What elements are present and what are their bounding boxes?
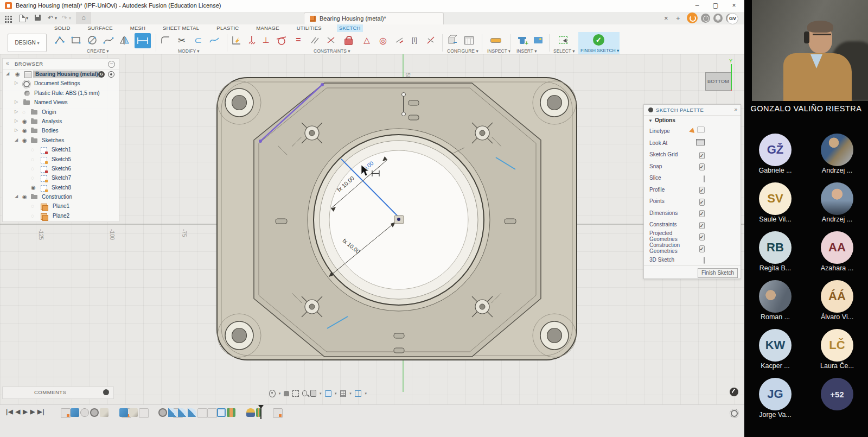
finish-sketch-button[interactable]: ✓ FINISH SKETCH ▾: [578, 32, 620, 54]
dimensions-checkbox[interactable]: ✓: [699, 210, 705, 217]
timeline-revolve-feature-icon[interactable]: [80, 408, 89, 417]
main-video-tile[interactable]: [752, 0, 868, 101]
profile-checkbox[interactable]: ✓: [699, 187, 705, 194]
select-tool-icon[interactable]: [557, 34, 570, 46]
participant-tile[interactable]: ÁÁ Álvaro Vi...: [810, 278, 864, 327]
measure-tool-icon[interactable]: [489, 34, 502, 46]
visibility-eye-icon[interactable]: ◌: [31, 175, 34, 181]
browser-row-origin[interactable]: ▷ ◌ Origin: [3, 107, 119, 117]
timeline-keyway-feature-icon[interactable]: [246, 408, 255, 417]
look-at-icon[interactable]: [696, 139, 705, 145]
inspect-group-label[interactable]: INSPECT ▾: [487, 48, 510, 54]
line-tool-icon[interactable]: [53, 34, 66, 46]
visibility-eye-icon[interactable]: ◉: [31, 185, 36, 191]
create-group-label[interactable]: CREATE ▾: [87, 48, 109, 54]
tab-solid[interactable]: SOLID: [52, 24, 73, 32]
participant-tile[interactable]: AA Azahara ...: [810, 229, 864, 278]
redo-icon[interactable]: ↷: [62, 15, 67, 22]
palette-header[interactable]: SKETCH PALETTE »: [644, 105, 741, 116]
browser-row-sketch6[interactable]: ◌ Sketch6: [3, 164, 119, 173]
configure-feature-icon[interactable]: [446, 34, 459, 46]
endpoint[interactable]: [321, 83, 324, 86]
slice-checkbox[interactable]: [704, 175, 705, 182]
fix-constraint-icon[interactable]: [245, 34, 258, 46]
timeline-extrude-feature-icon[interactable]: [71, 408, 79, 417]
step-forward-icon[interactable]: ▶: [30, 408, 34, 415]
linetype-construction-icon[interactable]: [686, 128, 694, 135]
play-icon[interactable]: ▶: [23, 408, 26, 415]
horizontal-vertical-constraint-icon[interactable]: ⊥: [259, 34, 272, 46]
assistant-icon[interactable]: [730, 388, 738, 396]
visibility-eye-icon[interactable]: ◌: [31, 213, 34, 219]
endpoint[interactable]: [259, 140, 262, 143]
timeline-chamfer-feature-icon[interactable]: [100, 408, 108, 417]
browser-row-document-settings[interactable]: ▷ Document Settings: [3, 79, 119, 88]
browser-row-named-views[interactable]: ▷ Named Views: [3, 98, 119, 107]
new-tab-icon[interactable]: +: [676, 14, 680, 22]
timeline-fillet-feature-icon[interactable]: [188, 408, 196, 417]
timeline-sketch-feature-icon[interactable]: [273, 408, 283, 418]
visibility-eye-icon[interactable]: ◉: [22, 118, 27, 124]
timeline-sketch-feature-icon[interactable]: [61, 408, 71, 418]
insert-group-label[interactable]: INSERT ▾: [516, 48, 537, 54]
participant-tile[interactable]: LČ Laura Če...: [810, 327, 864, 376]
browser-root-row[interactable]: ◢ ◉ Bearing Housing (metal) G: [3, 69, 119, 79]
grid-snap-icon[interactable]: [340, 390, 347, 397]
notifications-icon[interactable]: [713, 14, 723, 23]
symmetry-constraint-icon[interactable]: [ǀ]: [408, 34, 421, 46]
tab-mesh[interactable]: MESH: [128, 24, 148, 32]
sketch-grid-checkbox[interactable]: ✓: [699, 152, 705, 159]
pan-icon[interactable]: [284, 391, 289, 396]
file-dropdown-icon[interactable]: ▾: [26, 15, 28, 22]
snap-checkbox[interactable]: ✓: [699, 163, 705, 170]
timeline-hole-feature-icon[interactable]: [158, 408, 167, 417]
orbit-icon[interactable]: [269, 390, 276, 397]
app-grid-icon[interactable]: [5, 16, 7, 17]
ground-badge-icon[interactable]: G: [98, 71, 105, 78]
fit-icon[interactable]: [310, 390, 316, 397]
circle-tool-icon[interactable]: [86, 34, 99, 46]
constraints-group-label[interactable]: CONSTRAINTS ▾: [314, 48, 350, 54]
save-icon[interactable]: [35, 15, 41, 21]
spline-tool-icon[interactable]: [102, 34, 115, 46]
document-tab[interactable]: Bearing Housing (metal)*: [304, 12, 444, 25]
tab-manage[interactable]: MANAGE: [254, 24, 281, 32]
tab-utilities[interactable]: UTILITIES: [295, 24, 324, 32]
concentric-constraint-icon[interactable]: ◎: [376, 34, 390, 46]
workspace-selector[interactable]: DESIGN ▾: [8, 34, 47, 52]
configuration-table-icon[interactable]: [462, 34, 475, 46]
polygon-constraint-icon[interactable]: △: [360, 34, 373, 46]
timeline-chamfer-feature-icon[interactable]: [129, 408, 138, 417]
visibility-eye-icon[interactable]: ◌: [31, 156, 34, 162]
participant-tile[interactable]: GŽ Gabrielė ...: [748, 131, 802, 180]
configure-group-label[interactable]: CONFIGURE ▾: [447, 48, 478, 54]
browser-row-analysis[interactable]: ▷ ◉ Analysis: [3, 117, 119, 126]
select-group-label[interactable]: SELECT ▾: [553, 48, 575, 54]
collinear-constraint-icon[interactable]: [393, 34, 406, 46]
modify-group-label[interactable]: MODIFY ▾: [178, 48, 200, 54]
visibility-eye-icon[interactable]: ◉: [22, 137, 27, 143]
projected-geometries-checkbox[interactable]: ✓: [699, 233, 705, 240]
undo-icon[interactable]: ↶: [48, 15, 53, 22]
curvature-constraint-icon[interactable]: [424, 34, 437, 46]
lock-constraint-icon[interactable]: [342, 34, 355, 46]
linetype-normal-icon[interactable]: [697, 126, 705, 133]
visibility-eye-icon[interactable]: ◌: [31, 203, 34, 209]
user-avatar[interactable]: GV: [727, 13, 738, 24]
close-button[interactable]: ×: [727, 2, 741, 10]
recent-activity-icon[interactable]: [701, 14, 710, 23]
dimension-tool-icon[interactable]: [135, 33, 151, 48]
participant-tile[interactable]: SV Saulė Vil...: [748, 180, 802, 229]
visibility-eye-icon[interactable]: ◉: [22, 128, 27, 134]
browser-row-sketch1[interactable]: ◌ Sketch1: [3, 145, 119, 154]
step-back-icon[interactable]: ◀: [16, 408, 19, 415]
participant-tile[interactable]: RB Regita B...: [748, 229, 802, 278]
close-tab-icon[interactable]: ×: [664, 14, 668, 22]
browser-row-sketches[interactable]: ◢ ◉ Sketches: [3, 136, 119, 145]
3d-sketch-checkbox[interactable]: [704, 257, 705, 264]
visibility-eye-icon[interactable]: ◌: [31, 166, 34, 172]
insert-image-icon[interactable]: [532, 34, 545, 46]
fillet-tool-icon[interactable]: [159, 34, 172, 46]
timeline-feature-icon[interactable]: [197, 408, 207, 418]
job-status-icon[interactable]: [687, 12, 698, 23]
